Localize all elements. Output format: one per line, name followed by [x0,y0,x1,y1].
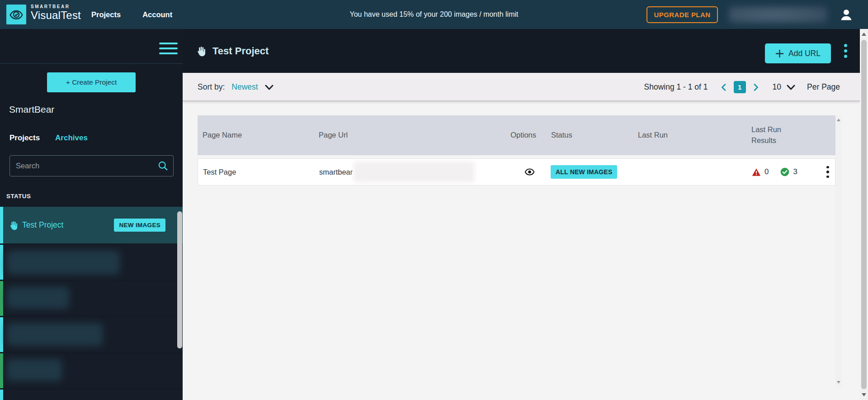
cell-page-name: Test Page [198,168,314,176]
top-nav: Projects Account [91,0,172,29]
brand-text: SMARTBEAR VisualTest [31,4,81,22]
sidebar-item-test-project[interactable]: Test Project NEW IMAGES [0,207,183,243]
pagination: Showing 1 - 1 of 1 1 10 Per Page [644,73,840,101]
visualtest-app: SMARTBEAR VisualTest Projects Account Yo… [0,0,868,400]
project-list: Test Project NEW IMAGES [0,207,183,400]
column-header-last-run-results: Last Run Results [748,124,809,146]
column-header-page-name: Page Name [198,130,314,141]
view-eye-icon[interactable] [524,167,535,177]
nav-projects[interactable]: Projects [91,10,121,19]
main-content: Sort by: Newest Showing 1 - 1 of 1 1 10 [183,73,860,400]
sidebar-tabs: Projects Archives [9,133,88,143]
brand-product: VisualTest [31,9,81,22]
column-header-status: Status [542,130,631,141]
sort-by-label: Sort by: [198,82,225,92]
account-name-redacted [729,6,827,24]
redacted-project-name [7,323,103,346]
status-stripe [0,353,3,388]
sidebar-item-redacted[interactable] [0,353,183,388]
current-page-button[interactable]: 1 [734,81,746,93]
sidebar-item-label: Test Project [22,220,63,230]
top-navbar: SMARTBEAR VisualTest Projects Account Yo… [0,0,868,29]
window-scrollbar-thumb[interactable] [861,40,867,389]
status-heading: STATUS [6,193,31,200]
search-input[interactable] [9,155,174,176]
create-project-button[interactable]: + Create Project [47,72,136,92]
page-size-chevron-down-icon[interactable] [787,85,795,90]
add-url-button[interactable]: Add URL [765,43,831,63]
next-page-icon[interactable] [750,83,762,91]
row-options-kebab-icon[interactable] [826,166,830,178]
column-header-last-run: Last Run [631,130,748,141]
sidebar: + Create Project SmartBear Projects Arch… [0,29,183,400]
scroll-down-icon[interactable] [862,393,866,396]
status-stripe [0,207,3,243]
visualtest-logo[interactable] [6,5,26,24]
table-header-row: Page Name Page Url Options Status Last R… [198,115,835,155]
tab-projects[interactable]: Projects [9,133,40,143]
cell-last-run-results: 0 3 [748,167,810,176]
scroll-down-icon[interactable] [837,381,840,384]
showing-range-text: Showing 1 - 1 of 1 [644,82,708,92]
user-avatar-icon[interactable] [839,8,854,22]
tab-archives[interactable]: Archives [55,133,88,143]
org-name: SmartBear [9,104,54,115]
table-row: Test Page smartbear ALL NEW IMAGES [198,158,835,186]
per-page-label: Per Page [807,82,840,92]
sort-control: Sort by: Newest [198,73,274,101]
sidebar-item-redacted[interactable] [0,281,183,316]
redacted-project-name [7,359,62,381]
status-stripe [0,245,3,280]
window-scrollbar[interactable] [860,29,868,400]
warning-triangle-icon [752,168,761,176]
page-title: Test Project [212,45,269,57]
project-header: Test Project Add URL [183,29,860,73]
sidebar-scrollbar-thumb[interactable] [177,211,182,348]
cell-options [483,167,543,177]
sidebar-collapse-menu-icon[interactable] [159,43,178,54]
toolbar: Sort by: Newest Showing 1 - 1 of 1 1 10 [183,73,860,101]
new-images-badge: NEW IMAGES [114,219,165,232]
page-size-value[interactable]: 10 [773,82,781,92]
plus-icon [775,49,784,58]
page-url-prefix: smartbear [319,168,353,176]
redacted-project-name [7,251,120,274]
cell-row-actions [810,166,835,178]
redacted-project-name [7,287,69,309]
chevron-down-icon[interactable] [265,85,274,90]
scroll-up-icon[interactable] [862,33,866,36]
status-stripe [0,281,3,316]
eye-check-logo-icon [9,7,24,22]
status-stripe [0,317,3,352]
upgrade-plan-button[interactable]: UPGRADE PLAN [646,6,718,23]
hand-icon [8,220,18,230]
nav-account[interactable]: Account [142,10,172,19]
project-options-kebab-icon[interactable] [844,44,847,58]
sidebar-item-redacted[interactable] [0,390,183,400]
pages-table: Page Name Page Url Options Status Last R… [198,115,835,186]
brand-company: SMARTBEAR [31,4,81,9]
status-badge[interactable]: ALL NEW IMAGES [551,165,617,179]
success-check-icon [780,167,789,176]
sort-value-dropdown[interactable]: Newest [231,82,258,92]
search-icon[interactable] [157,160,169,171]
failed-count: 0 [764,167,769,176]
sidebar-item-redacted[interactable] [0,317,183,352]
sidebar-divider [0,63,183,64]
status-stripe [0,390,3,400]
column-header-page-url: Page Url [314,130,483,141]
project-search [9,155,174,176]
table-scrollbar[interactable] [835,115,842,387]
sidebar-item-redacted[interactable] [0,245,183,280]
previous-page-icon[interactable] [718,83,729,91]
page-url-redacted [354,162,475,182]
add-url-label: Add URL [788,49,821,58]
hand-icon [195,46,206,57]
cell-status: ALL NEW IMAGES [543,165,632,179]
scroll-up-icon[interactable] [837,119,840,121]
column-header-options: Options [483,130,542,141]
new-count: 3 [793,167,797,176]
cell-page-url: smartbear [314,162,483,182]
